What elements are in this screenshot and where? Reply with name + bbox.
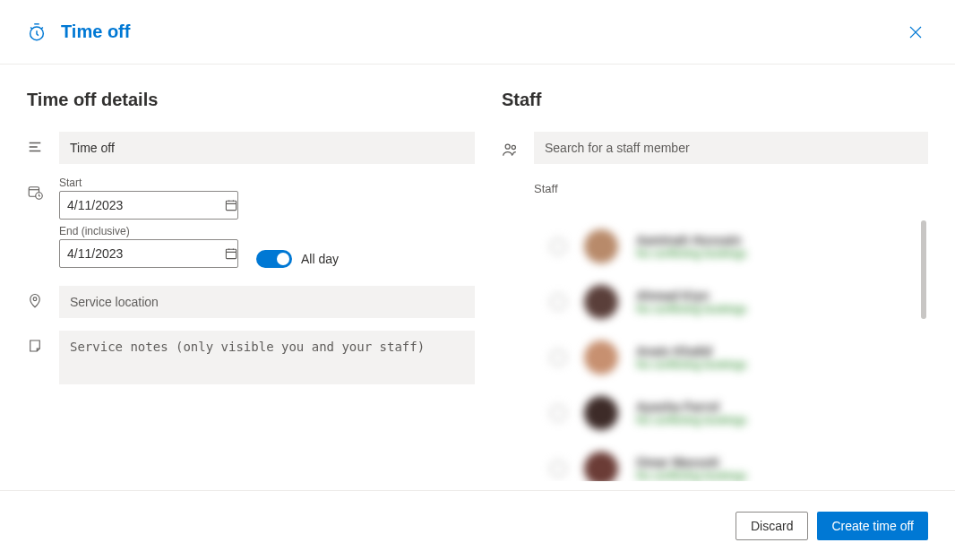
staff-status: No conflicting bookings — [636, 414, 746, 426]
svg-point-5 — [33, 297, 37, 301]
staff-radio[interactable] — [550, 461, 566, 477]
notes-row — [27, 331, 475, 387]
title-input[interactable] — [59, 132, 475, 164]
staff-list-label: Staff — [534, 182, 928, 195]
title-row — [27, 132, 475, 164]
clock-icon — [27, 22, 47, 42]
staff-status: No conflicting bookings — [636, 358, 746, 371]
calendar-clock-icon — [27, 177, 59, 200]
discard-button[interactable]: Discard — [736, 512, 808, 540]
dialog-footer: Discard Create time off — [0, 490, 955, 560]
staff-status: No conflicting bookings — [636, 247, 746, 260]
calendar-icon[interactable] — [224, 198, 238, 212]
start-date-value[interactable] — [67, 198, 224, 212]
staff-status: No conflicting bookings — [636, 470, 746, 481]
all-day-label: All day — [301, 252, 339, 266]
location-icon — [27, 286, 59, 309]
staff-radio[interactable] — [550, 238, 566, 254]
avatar — [584, 229, 618, 263]
svg-point-7 — [512, 145, 515, 149]
staff-item[interactable]: Ayasha Farrol No conflicting bookings — [545, 385, 917, 441]
staff-column: Staff Staff Aaminah Hussain — [502, 90, 928, 481]
avatar — [584, 396, 618, 430]
location-input[interactable] — [59, 286, 475, 318]
staff-search-input[interactable] — [534, 132, 928, 164]
calendar-icon[interactable] — [224, 246, 238, 261]
note-icon — [27, 331, 59, 354]
dialog-title: Time off — [61, 22, 130, 42]
staff-list[interactable]: Aaminah Hussain No conflicting bookings … — [534, 202, 928, 481]
svg-rect-4 — [226, 249, 236, 258]
staff-radio[interactable] — [550, 294, 566, 310]
staff-name: Ayasha Farrol — [636, 400, 746, 414]
text-icon — [27, 132, 59, 155]
end-date-input[interactable] — [59, 239, 238, 268]
svg-rect-3 — [226, 201, 236, 210]
staff-item[interactable]: Omar Massoti No conflicting bookings — [545, 441, 917, 481]
end-date-value[interactable] — [67, 246, 224, 261]
location-row — [27, 286, 475, 318]
staff-search-row — [502, 132, 928, 164]
dialog-body: Time off details Start — [0, 65, 955, 490]
avatar — [584, 285, 618, 319]
staff-status: No conflicting bookings — [636, 303, 746, 315]
details-section-title: Time off details — [27, 90, 475, 110]
all-day-toggle[interactable] — [256, 250, 292, 268]
staff-item[interactable]: Aaminah Hussain No conflicting bookings — [545, 219, 917, 274]
header-left: Time off — [27, 22, 130, 42]
start-label: Start — [59, 177, 475, 189]
create-button[interactable]: Create time off — [817, 512, 928, 540]
staff-radio[interactable] — [550, 349, 566, 366]
close-icon[interactable] — [903, 20, 928, 45]
staff-name: Ahmad Kiyn — [636, 289, 746, 303]
end-label: End (inclusive) — [59, 225, 475, 237]
dates-row: Start End (inclusive) — [27, 177, 475, 273]
avatar — [584, 340, 618, 375]
staff-name: Aaminah Hussain — [636, 233, 746, 247]
staff-section-title: Staff — [502, 90, 928, 110]
dialog-header: Time off — [0, 0, 955, 65]
svg-point-6 — [505, 144, 510, 149]
details-column: Time off details Start — [27, 90, 475, 481]
staff-name: Anais Khalid — [636, 344, 746, 358]
staff-item[interactable]: Anais Khalid No conflicting bookings — [545, 330, 917, 385]
start-date-input[interactable] — [59, 191, 238, 220]
staff-item[interactable]: Ahmad Kiyn No conflicting bookings — [545, 274, 917, 330]
staff-name: Omar Massoti — [636, 455, 746, 470]
notes-input[interactable] — [59, 331, 475, 384]
avatar — [584, 452, 618, 481]
people-icon — [502, 137, 534, 159]
scrollbar[interactable] — [921, 220, 926, 319]
staff-radio[interactable] — [550, 405, 566, 421]
